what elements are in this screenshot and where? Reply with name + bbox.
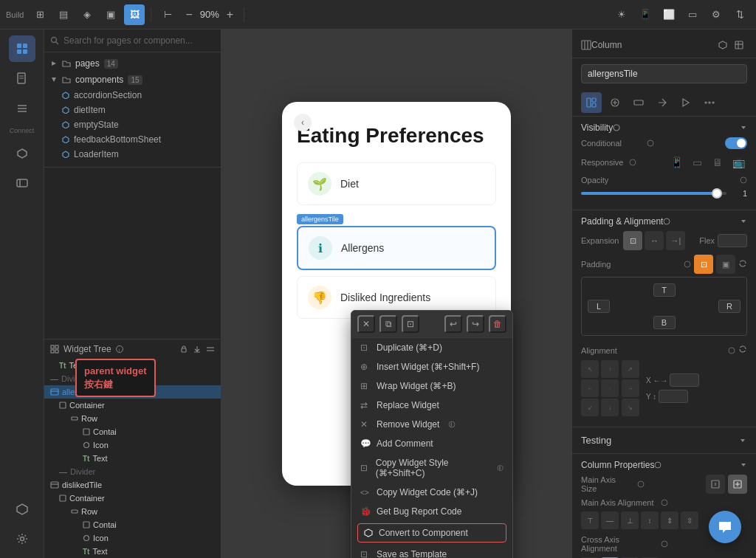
wt-item-allergens-tile[interactable]: allergensTile [44, 385, 221, 399]
align-br[interactable]: ↘ [622, 399, 639, 416]
expansion-btn-fixed[interactable]: ⊡ [623, 231, 642, 250]
rp-tool-more[interactable] [699, 92, 720, 113]
ctx-add-comment[interactable]: 💬 Add Comment [351, 434, 512, 453]
align-mr[interactable]: → [622, 379, 639, 397]
align-tc[interactable]: ↑ [601, 360, 619, 378]
align-bl[interactable]: ↙ [581, 399, 599, 416]
wt-item-text2[interactable]: Tt Text [44, 452, 221, 465]
align-mc[interactable]: · [601, 379, 619, 397]
rp-tool-border[interactable] [628, 92, 649, 113]
mobile-icon-btn[interactable]: 📱 [635, 4, 656, 25]
wt-item-container4[interactable]: Contai [44, 518, 221, 531]
y-input[interactable] [659, 390, 688, 403]
desktop-device-icon[interactable]: 🖥 [709, 154, 726, 171]
padding-refresh[interactable] [738, 259, 747, 270]
testing-section[interactable]: Testing [572, 427, 756, 454]
padding-header[interactable]: Padding & Alignment [581, 216, 747, 227]
expansion-btn-expand[interactable]: ↔ [645, 231, 664, 250]
padding-top-input[interactable] [653, 283, 676, 297]
rp-tool-style[interactable] [605, 92, 625, 113]
wt-item-text1[interactable]: Tt Text [44, 359, 221, 372]
icon-btn-1[interactable]: ⊞ [30, 4, 50, 25]
folder-components[interactable]: components 15 [44, 72, 221, 88]
zoom-minus-btn[interactable]: − [181, 7, 196, 23]
ctx-bug-report[interactable]: 🐞 Get Bug Report Code [351, 502, 512, 521]
padding-mode-btn[interactable]: ⊡ [694, 255, 713, 274]
icon-btn-5[interactable]: 🖼 [124, 4, 145, 25]
ctx-remove-widget[interactable]: ✕ Remove Widget i [351, 415, 512, 434]
folder-pages[interactable]: pages 14 [44, 55, 221, 72]
ctx-redo-btn[interactable]: ↪ [467, 315, 484, 333]
wt-item-disliked-tile[interactable]: dislikedTile [44, 478, 221, 492]
mobile-device-icon[interactable]: 📱 [667, 154, 685, 171]
conditional-toggle[interactable] [725, 137, 747, 149]
ctx-save-template[interactable]: ⊡ Save as Template [351, 545, 512, 558]
ctx-convert-to-component[interactable]: Convert to Component [357, 523, 506, 542]
wt-item-text3[interactable]: Tt Text [44, 545, 221, 558]
icon-btn-3[interactable]: ◈ [77, 4, 97, 25]
padding-mode-btn-2[interactable]: ▣ [716, 255, 735, 274]
sidebar-icon-pages[interactable] [9, 65, 35, 92]
padding-bottom-input[interactable] [653, 316, 676, 329]
wt-item-row2[interactable]: Row [44, 505, 221, 518]
settings2-icon-btn[interactable]: ⚙ [706, 4, 726, 25]
tablet2-icon-btn[interactable]: ▭ [682, 4, 703, 25]
wt-item-divider2[interactable]: — Divider [44, 465, 221, 478]
rp-tool-play[interactable] [676, 92, 696, 113]
align-tl[interactable]: ↖ [581, 360, 599, 378]
tree-item-loader[interactable]: LoaderItem [44, 147, 221, 162]
sun-icon-btn[interactable]: ☀ [611, 4, 632, 25]
tree-item-feedback[interactable]: feedbackBottomSheet [44, 132, 221, 147]
align-between-btn[interactable]: ↕ [641, 512, 659, 529]
sidebar-icon-assets[interactable] [9, 496, 35, 523]
zoom-plus-btn[interactable]: + [222, 7, 238, 23]
ctx-paste-btn[interactable]: ⊡ [402, 315, 419, 333]
ctx-duplicate[interactable]: ⊡ Duplicate (⌘+D) [351, 338, 512, 357]
tablet-device-icon[interactable]: ▭ [688, 154, 706, 171]
ctx-copy-style[interactable]: ⊡ Copy Widget Style (⌘+Shift+C) i [351, 453, 512, 483]
opacity-track[interactable] [581, 192, 726, 195]
wt-item-divider1[interactable]: — Divider [44, 372, 221, 385]
wt-item-row1[interactable]: Row [44, 412, 221, 425]
align-bc[interactable]: ↓ [601, 399, 619, 416]
wt-item-container1[interactable]: Container [44, 399, 221, 412]
expansion-btn-fit[interactable]: →| [666, 231, 685, 250]
wt-item-icon1[interactable]: Icon [44, 438, 221, 452]
rp-tool-layout[interactable] [581, 92, 602, 113]
align-center-btn[interactable]: — [601, 512, 619, 529]
sidebar-icon-nav[interactable] [9, 170, 35, 196]
tree-item-emptystate[interactable]: emptyState [44, 117, 221, 132]
tree-item-dietitem[interactable]: dietItem [44, 103, 221, 117]
ctx-wrap-widget[interactable]: ⊞ Wrap Widget (⌘+B) [351, 376, 512, 396]
flex-input[interactable] [718, 234, 747, 247]
padding-right-input[interactable] [718, 300, 740, 313]
wt-item-icon2[interactable]: Icon [44, 531, 221, 545]
icon-btn-4[interactable]: ▣ [100, 4, 121, 25]
main-axis-max-btn[interactable] [728, 475, 747, 494]
padding-left-input[interactable] [588, 300, 610, 313]
rp-settings-btn[interactable] [731, 37, 747, 53]
nav-back-btn[interactable]: ⊢ [157, 4, 178, 25]
ctx-replace-widget[interactable]: ⇄ Replace Widget [351, 396, 512, 415]
ctx-close-btn[interactable]: ✕ [357, 315, 375, 333]
opacity-thumb[interactable] [712, 188, 722, 199]
align-around-btn[interactable]: ⇕ [661, 512, 678, 529]
sidebar-icon-layers[interactable] [9, 94, 35, 121]
rp-component-btn[interactable] [715, 37, 731, 53]
rp-name-input[interactable] [581, 64, 747, 83]
chat-button[interactable] [709, 511, 741, 543]
align-end-btn[interactable]: ⊥ [621, 512, 639, 529]
x-input[interactable] [670, 373, 699, 387]
tv-device-icon[interactable]: 📺 [729, 154, 747, 171]
search-input[interactable] [63, 35, 215, 46]
pref-item-diet[interactable]: 🌱 Diet [297, 162, 496, 205]
share-icon-btn[interactable]: ⇅ [729, 4, 750, 25]
tablet-icon-btn[interactable]: ⬜ [659, 4, 679, 25]
ctx-copy-code[interactable]: <> Copy Widget Code (⌘+J) [351, 483, 512, 502]
tree-item-accordion[interactable]: accordionSection [44, 88, 221, 103]
wt-item-container3[interactable]: Container [44, 492, 221, 505]
wt-item-container2[interactable]: Contai [44, 425, 221, 438]
widget-tree-header[interactable]: Widget Tree i [44, 340, 221, 359]
back-button[interactable]: ‹ [294, 114, 312, 131]
sidebar-icon-components[interactable] [9, 140, 35, 167]
